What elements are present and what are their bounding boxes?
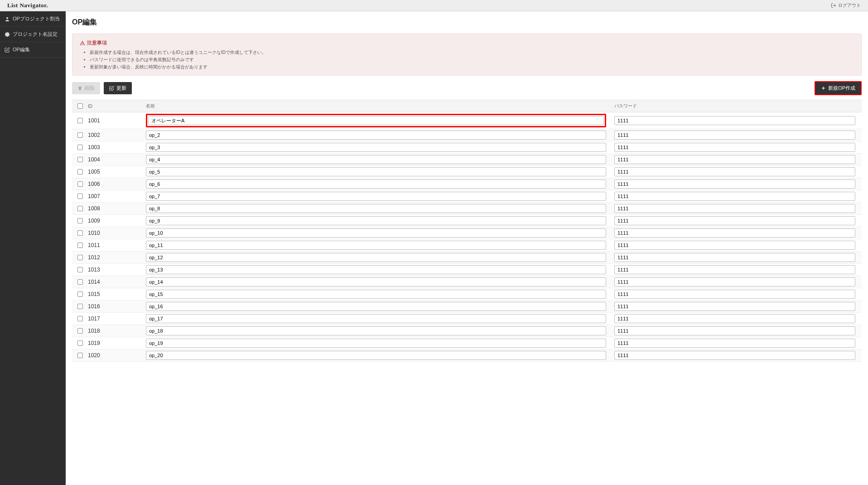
row-checkbox[interactable] [77, 181, 83, 187]
row-checkbox[interactable] [77, 194, 83, 199]
password-input[interactable] [614, 241, 855, 250]
password-input[interactable] [614, 116, 855, 125]
logout-icon [831, 3, 836, 8]
gear-icon [5, 32, 10, 37]
col-header-id: ID [88, 103, 146, 109]
row-checkbox[interactable] [77, 169, 83, 175]
name-input[interactable] [146, 155, 606, 164]
row-checkbox[interactable] [77, 267, 83, 272]
sidebar-item-op-project-assign[interactable]: OPプロジェクト割当 [0, 11, 66, 27]
row-checkbox[interactable] [77, 132, 83, 138]
name-input[interactable] [146, 253, 606, 262]
plus-icon [821, 86, 826, 91]
row-checkbox[interactable] [77, 118, 83, 123]
row-checkbox[interactable] [77, 206, 83, 211]
row-checkbox[interactable] [77, 255, 83, 260]
topbar: List Navigator. ログアウト [0, 0, 868, 11]
name-input[interactable] [146, 143, 606, 152]
name-input[interactable] [146, 167, 606, 176]
table-row: 1011 [72, 239, 862, 252]
password-input[interactable] [614, 155, 855, 164]
table-row: 1004 [72, 154, 862, 166]
name-input[interactable] [146, 241, 606, 250]
edit-icon [109, 86, 114, 91]
password-input[interactable] [614, 290, 855, 299]
row-id: 1014 [88, 279, 146, 285]
table-row: 1006 [72, 178, 862, 190]
row-checkbox[interactable] [77, 328, 83, 334]
password-input[interactable] [614, 216, 855, 225]
delete-button[interactable]: 削除 [72, 82, 100, 94]
table-row: 1009 [72, 215, 862, 227]
password-input[interactable] [614, 314, 855, 323]
name-input[interactable] [146, 216, 606, 225]
alert-line: 新規作成する場合は、現在作成されているIDとは違うユニークなIDで作成して下さい… [90, 49, 854, 56]
svg-point-1 [6, 17, 8, 19]
password-input[interactable] [614, 204, 855, 213]
row-id: 1003 [88, 144, 146, 150]
name-input[interactable] [146, 290, 606, 299]
row-id: 1009 [88, 218, 146, 224]
page-title: OP編集 [72, 18, 862, 27]
row-checkbox[interactable] [77, 218, 83, 223]
name-input[interactable] [146, 204, 606, 213]
name-input[interactable] [146, 351, 606, 360]
name-input[interactable] [148, 116, 604, 125]
table-row: 1002 [72, 129, 862, 141]
row-checkbox[interactable] [77, 304, 83, 309]
password-input[interactable] [614, 339, 855, 348]
name-input[interactable] [146, 131, 606, 140]
row-checkbox[interactable] [77, 291, 83, 297]
create-label: 新規OP作成 [828, 85, 855, 92]
warning-alert: 注意事項 新規作成する場合は、現在作成されているIDとは違うユニークなIDで作成… [72, 34, 862, 76]
row-id: 1007 [88, 193, 146, 199]
logout-label: ログアウト [838, 2, 861, 9]
row-checkbox[interactable] [77, 230, 83, 236]
sidebar-item-op-edit[interactable]: OP編集 [0, 42, 66, 58]
name-input[interactable] [146, 228, 606, 238]
row-checkbox[interactable] [77, 340, 83, 346]
logout-button[interactable]: ログアウト [831, 2, 861, 9]
password-input[interactable] [614, 192, 855, 201]
password-input[interactable] [614, 265, 855, 274]
password-input[interactable] [614, 277, 855, 286]
password-input[interactable] [614, 179, 855, 189]
alert-title-text: 注意事項 [87, 39, 107, 46]
name-input[interactable] [146, 277, 606, 286]
sidebar-item-label: プロジェクト名設定 [13, 31, 58, 38]
password-input[interactable] [614, 302, 855, 311]
name-input[interactable] [146, 314, 606, 323]
row-checkbox[interactable] [77, 279, 83, 285]
create-op-button[interactable]: 新規OP作成 [815, 81, 862, 95]
name-input[interactable] [146, 179, 606, 189]
password-input[interactable] [614, 143, 855, 152]
select-all-checkbox[interactable] [77, 103, 83, 109]
name-input[interactable] [146, 265, 606, 274]
password-input[interactable] [614, 167, 855, 176]
row-checkbox[interactable] [77, 242, 83, 248]
sidebar-item-label: OP編集 [13, 46, 30, 53]
update-label: 更新 [116, 85, 126, 92]
password-input[interactable] [614, 131, 855, 140]
row-checkbox[interactable] [77, 316, 83, 321]
row-checkbox[interactable] [77, 145, 83, 150]
sidebar-item-project-name-settings[interactable]: プロジェクト名設定 [0, 27, 66, 42]
edit-icon [5, 47, 10, 53]
name-input[interactable] [146, 326, 606, 335]
password-input[interactable] [614, 253, 855, 262]
row-id: 1011 [88, 242, 146, 248]
password-input[interactable] [614, 326, 855, 335]
table-row: 1001 [72, 112, 862, 129]
password-input[interactable] [614, 351, 855, 360]
row-checkbox[interactable] [77, 157, 83, 162]
alert-title-row: 注意事項 [80, 39, 854, 46]
table-row: 1015 [72, 288, 862, 301]
name-input[interactable] [146, 192, 606, 201]
row-checkbox[interactable] [77, 353, 83, 358]
update-button[interactable]: 更新 [104, 82, 132, 94]
name-input[interactable] [146, 339, 606, 348]
password-input[interactable] [614, 228, 855, 238]
alert-line: 更新対象が多い場合、反映に時間がかかる場合があります [90, 63, 854, 71]
name-input[interactable] [146, 302, 606, 311]
row-id: 1006 [88, 181, 146, 187]
